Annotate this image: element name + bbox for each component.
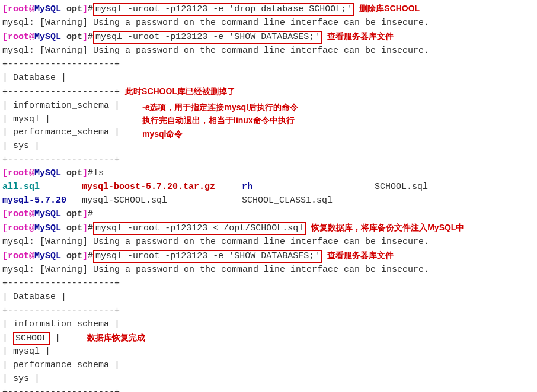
ls-school-sql: SCHOOL.sql xyxy=(375,181,428,194)
cmd-drop-database: mysql -uroot -p123123 -e 'drop database … xyxy=(93,3,354,16)
tbl1-border-top: +--------------------+ xyxy=(2,58,535,72)
school-db-restored: SCHOOL xyxy=(13,332,50,345)
ls-mysql-school-sql: mysql-SCHOOL.sql xyxy=(82,194,242,208)
tbl1-header: | Database | xyxy=(2,72,535,85)
prompt: [root@MySQL opt]# xyxy=(2,32,93,42)
tbl2-row-perf: | performance_schema | xyxy=(2,359,535,372)
tbl1-row-sys: | sys | xyxy=(2,140,535,153)
warning-3: mysql: [Warning] Using a password on the… xyxy=(2,236,535,249)
line-show1: [root@MySQL opt]#mysql -uroot -p123123 -… xyxy=(2,30,535,44)
annot-show1: 查看服务器库文件 xyxy=(327,31,394,41)
ls-mysql-boost: mysql-boost-5.7.20.tar.gz xyxy=(82,181,242,194)
cmd-restore-db: mysql -uroot -p123123 < /opt/SCHOOL.sql xyxy=(93,222,306,235)
annot-show2: 查看服务器库文件 xyxy=(327,250,394,260)
cmd-show-databases-2: mysql -uroot -p123123 -e 'SHOW DATABASES… xyxy=(93,250,322,263)
warning-2: mysql: [Warning] Using a password on the… xyxy=(2,44,535,58)
annot-done: 数据库恢复完成 xyxy=(87,333,145,342)
line-drop: [root@MySQL opt]#mysql -uroot -p123123 -… xyxy=(2,2,535,17)
line-ls: [root@MySQL opt]#ls xyxy=(2,167,535,181)
ls-row-1: all.sqlmysql-boost-5.7.20.tar.gzrhSCHOOL… xyxy=(2,181,535,194)
tbl2-header: | Database | xyxy=(2,291,535,304)
tbl2-row-mysql: | mysql | xyxy=(2,345,535,359)
ls-rh-dir: rh xyxy=(242,181,375,194)
ls-mysql-ver-dir: mysql-5.7.20 xyxy=(2,194,82,208)
annot-restore: 恢复数据库，将库备份文件注入MySQL中 xyxy=(311,223,464,232)
tbl2-border-top: +--------------------+ xyxy=(2,277,535,291)
prompt: [root@MySQL opt]# xyxy=(2,209,93,219)
prompt: [root@MySQL opt]# xyxy=(2,4,93,14)
ls-all-sql: all.sql xyxy=(2,181,82,194)
prompt: [root@MySQL opt]# xyxy=(2,168,93,178)
line-show2: [root@MySQL opt]#mysql -uroot -p123123 -… xyxy=(2,249,535,264)
warning-1: mysql: [Warning] Using a password on the… xyxy=(2,17,535,30)
prompt: [root@MySQL opt]# xyxy=(2,223,93,233)
line-restore: [root@MySQL opt]#mysql -uroot -p123123 <… xyxy=(2,221,535,236)
tbl2-border-bot: +--------------------+ xyxy=(2,386,535,392)
ls-row-2: mysql-5.7.20mysql-SCHOOL.sqlSCHOOL_CLASS… xyxy=(2,194,535,208)
tbl1-border-bot: +--------------------+ xyxy=(2,153,535,167)
warning-4: mysql: [Warning] Using a password on the… xyxy=(2,264,535,277)
ls-school-class1: SCHOOL_CLASS1.sql xyxy=(242,194,333,208)
cmd-ls: ls xyxy=(93,168,104,178)
db-table-1-with-annot: +--------------------+ | Database | +---… xyxy=(2,58,535,168)
tbl2-border-mid: +--------------------+ xyxy=(2,304,535,318)
tbl2-row-school: | SCHOOL | 数据库恢复完成 xyxy=(2,332,535,346)
annot-drop: 删除库SCHOOL xyxy=(359,4,420,13)
prompt: [root@MySQL opt]# xyxy=(2,251,93,261)
annot-deleted: 此时SCHOOL库已经被删掉了 xyxy=(125,86,235,96)
tbl2-row-sys: | sys | xyxy=(2,372,535,386)
annot-e-option: -e选项，用于指定连接mysql后执行的命令 执行完自动退出，相当于linux命… xyxy=(142,101,298,140)
cmd-show-databases-1: mysql -uroot -p123123 -e 'SHOW DATABASES… xyxy=(93,31,322,44)
line-empty-prompt: [root@MySQL opt]# xyxy=(2,208,535,221)
tbl2-row-info: | information_schema | xyxy=(2,318,535,332)
tbl1-border-mid: +--------------------+ 此时SCHOOL库已经被删掉了 xyxy=(2,85,535,99)
